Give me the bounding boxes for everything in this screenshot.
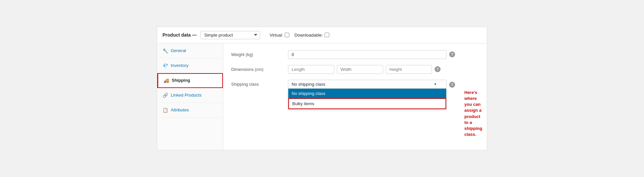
product-type-select[interactable]: Simple productGrouped productExternal/Af… <box>200 31 260 39</box>
shipping-class-dropdown-trigger[interactable]: No shipping class ▼ <box>288 80 447 89</box>
body-row: 🔧 General 💎 Inventory 🚚 Shipping 🔗 Linke… <box>157 44 487 150</box>
sidebar-label-general: General <box>171 48 186 53</box>
weight-help-icon[interactable]: ? <box>449 51 455 57</box>
product-data-label: Product data — <box>162 32 197 38</box>
weight-controls: ? <box>288 50 482 59</box>
sidebar-label-shipping: Shipping <box>172 78 190 83</box>
diamond-icon: 💎 <box>162 63 168 68</box>
truck-icon: 🚚 <box>163 78 169 83</box>
product-data-panel: Product data — Simple productGrouped pro… <box>157 27 487 151</box>
table-icon: 📋 <box>162 107 168 113</box>
shipping-class-help-icon[interactable]: ? <box>449 82 455 88</box>
content-area: Weight (kg) ? Dimensions (cm) ? Shipping <box>223 44 490 150</box>
height-input[interactable] <box>386 65 432 74</box>
shipping-class-label: Shipping class <box>231 80 284 87</box>
sidebar-label-inventory: Inventory <box>171 63 188 68</box>
weight-row: Weight (kg) ? <box>231 50 482 59</box>
dropdown-option-no-shipping[interactable]: No shipping class <box>288 89 446 98</box>
virtual-label[interactable]: Virtual: <box>269 33 289 38</box>
virtual-text: Virtual: <box>269 33 283 38</box>
shipping-class-wrapper: No shipping class ▼ No shipping class Bu… <box>288 80 482 138</box>
downloadable-checkbox[interactable] <box>325 33 329 37</box>
dimensions-label: Dimensions (cm) <box>231 65 284 72</box>
shipping-class-row: Shipping class No shipping class ▼ <box>231 80 482 138</box>
sidebar-label-linked-products: Linked Products <box>171 93 201 98</box>
shipping-class-annotation: Here's where you can assign a product to… <box>464 80 482 138</box>
sidebar-item-general[interactable]: 🔧 General <box>157 44 223 58</box>
length-input[interactable] <box>288 65 334 74</box>
width-input[interactable] <box>337 65 383 74</box>
sidebar-item-inventory[interactable]: 💎 Inventory <box>157 58 223 73</box>
sidebar-item-attributes[interactable]: 📋 Attributes <box>157 103 223 118</box>
sidebar: 🔧 General 💎 Inventory 🚚 Shipping 🔗 Linke… <box>157 44 223 150</box>
wrench-icon: 🔧 <box>162 48 168 53</box>
link-icon: 🔗 <box>162 93 168 98</box>
shipping-field-group: No shipping class ▼ No shipping class Bu… <box>288 80 455 89</box>
dropdown-arrow-icon: ▼ <box>434 82 437 86</box>
dimensions-controls: ? <box>288 65 482 74</box>
downloadable-text: Downloadable: <box>295 33 323 38</box>
checkbox-group: Virtual: Downloadable: <box>269 33 329 38</box>
dropdown-option-bulky[interactable]: Bulky items <box>288 98 446 109</box>
sidebar-item-shipping[interactable]: 🚚 Shipping <box>157 73 223 88</box>
sidebar-item-linked-products[interactable]: 🔗 Linked Products <box>157 88 223 103</box>
weight-label: Weight (kg) <box>231 50 284 57</box>
shipping-class-selected-text: No shipping class <box>292 82 325 87</box>
dimensions-row: Dimensions (cm) ? <box>231 65 482 74</box>
shipping-class-dropdown-list: No shipping class Bulky items <box>288 89 447 109</box>
downloadable-label[interactable]: Downloadable: <box>295 33 329 38</box>
header-row: Product data — Simple productGrouped pro… <box>157 27 487 44</box>
dimensions-help-icon[interactable]: ? <box>435 66 441 72</box>
virtual-checkbox[interactable] <box>285 33 289 37</box>
sidebar-label-attributes: Attributes <box>171 107 189 112</box>
weight-input[interactable] <box>288 50 447 59</box>
